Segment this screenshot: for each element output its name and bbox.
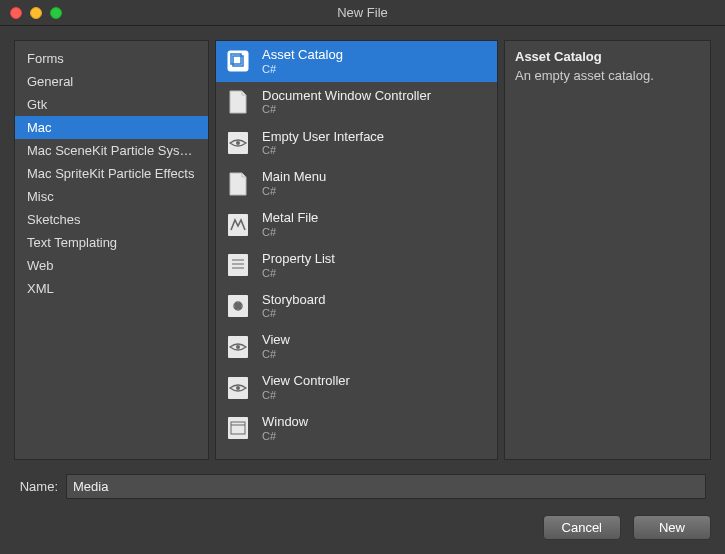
svg-point-16	[236, 386, 240, 390]
template-item[interactable]: Empty User InterfaceC#	[216, 123, 497, 164]
template-name: Asset Catalog	[262, 47, 343, 63]
category-item[interactable]: Misc	[15, 185, 208, 208]
template-name: Metal File	[262, 210, 318, 226]
template-language: C#	[262, 226, 318, 239]
close-icon[interactable]	[10, 7, 22, 19]
template-name: View	[262, 332, 290, 348]
template-language: C#	[262, 307, 326, 320]
metal-icon	[224, 211, 252, 239]
template-item[interactable]: ViewC#	[216, 326, 497, 367]
template-item[interactable]: Property ListC#	[216, 245, 497, 286]
template-name: Document Window Controller	[262, 88, 431, 104]
template-name: Window	[262, 414, 308, 430]
template-item[interactable]: Asset CatalogC#	[216, 41, 497, 82]
template-name: Property List	[262, 251, 335, 267]
name-row: Name:	[0, 460, 725, 499]
eye-icon	[224, 374, 252, 402]
storyboard-icon	[224, 292, 252, 320]
template-language: C#	[262, 144, 384, 157]
template-name: Storyboard	[262, 292, 326, 308]
detail-description: An empty asset catalog.	[515, 68, 700, 83]
template-item[interactable]: StoryboardC#	[216, 286, 497, 327]
template-language: C#	[262, 63, 343, 76]
template-item[interactable]: Metal FileC#	[216, 204, 497, 245]
detail-title: Asset Catalog	[515, 49, 700, 64]
new-file-dialog: New File FormsGeneralGtkMacMac SceneKit …	[0, 0, 725, 554]
template-language: C#	[262, 185, 326, 198]
template-name: Main Menu	[262, 169, 326, 185]
category-item[interactable]: Forms	[15, 47, 208, 70]
detail-panel: Asset Catalog An empty asset catalog.	[504, 40, 711, 460]
template-list: Asset CatalogC#Document Window Controlle…	[215, 40, 498, 460]
template-item[interactable]: Main MenuC#	[216, 163, 497, 204]
template-language: C#	[262, 103, 431, 116]
maximize-icon[interactable]	[50, 7, 62, 19]
window-controls	[0, 7, 62, 19]
template-language: C#	[262, 389, 350, 402]
doc-icon	[224, 170, 252, 198]
template-language: C#	[262, 430, 308, 443]
category-item[interactable]: Web	[15, 254, 208, 277]
cancel-button[interactable]: Cancel	[543, 515, 621, 540]
template-language: C#	[262, 267, 335, 280]
category-list: FormsGeneralGtkMacMac SceneKit Particle …	[14, 40, 209, 460]
eye-icon	[224, 333, 252, 361]
template-name: Empty User Interface	[262, 129, 384, 145]
svg-point-14	[236, 345, 240, 349]
dialog-footer: Cancel New	[543, 515, 711, 540]
eye-icon	[224, 129, 252, 157]
category-item[interactable]: Gtk	[15, 93, 208, 116]
minimize-icon[interactable]	[30, 7, 42, 19]
svg-rect-6	[228, 254, 248, 276]
category-item[interactable]: XML	[15, 277, 208, 300]
svg-point-4	[236, 141, 240, 145]
plist-icon	[224, 251, 252, 279]
titlebar: New File	[0, 0, 725, 26]
doc-icon	[224, 88, 252, 116]
category-item[interactable]: Text Templating	[15, 231, 208, 254]
window-icon	[224, 414, 252, 442]
template-item[interactable]: WindowC#	[216, 408, 497, 449]
category-item[interactable]: Mac	[15, 116, 208, 139]
new-button[interactable]: New	[633, 515, 711, 540]
category-item[interactable]: General	[15, 70, 208, 93]
category-item[interactable]: Mac SceneKit Particle Systems	[15, 139, 208, 162]
window-title: New File	[0, 5, 725, 20]
category-item[interactable]: Mac SpriteKit Particle Effects	[15, 162, 208, 185]
name-label: Name:	[14, 479, 58, 494]
name-input[interactable]	[66, 474, 706, 499]
template-item[interactable]: Document Window ControllerC#	[216, 82, 497, 123]
category-item[interactable]: Sketches	[15, 208, 208, 231]
template-item[interactable]: View ControllerC#	[216, 367, 497, 408]
svg-rect-12	[235, 303, 241, 309]
asset-catalog-icon	[224, 47, 252, 75]
template-language: C#	[262, 348, 290, 361]
template-name: View Controller	[262, 373, 350, 389]
